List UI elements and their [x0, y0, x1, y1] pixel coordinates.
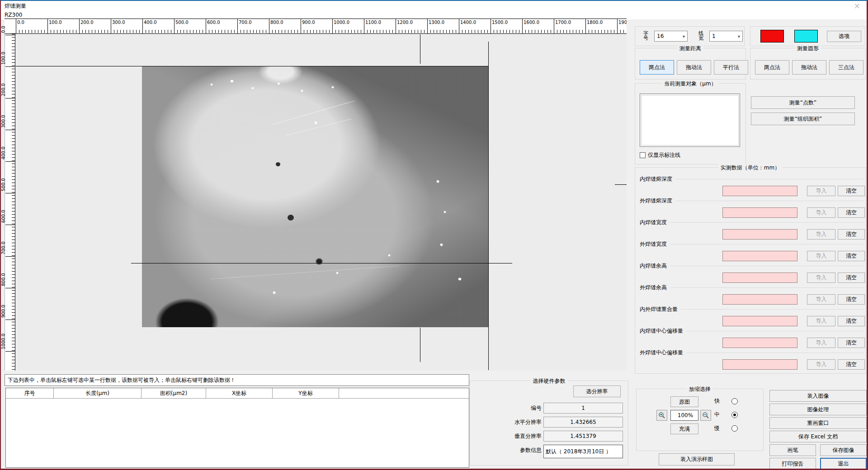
h-ruler-label: 1300.0	[429, 20, 444, 25]
measurement-row: 外焊缝中心偏移量导入清空	[640, 352, 863, 374]
h-ruler-label: 200.0	[80, 20, 94, 25]
weld-seam-photo[interactable]	[142, 66, 488, 327]
zoom-out-icon[interactable]	[700, 410, 711, 421]
table-column-header[interactable]: 面积(μm2)	[142, 388, 206, 398]
speed-radio-3[interactable]	[731, 425, 738, 432]
v-ruler-major-tick: 500.0	[5, 193, 15, 193]
h-ruler-major-tick: 800.0	[269, 19, 269, 33]
horizontal-resolution-field[interactable]: 1.432665	[543, 417, 623, 428]
clear-button[interactable]: 清空	[838, 316, 865, 326]
speed-radio-1[interactable]	[731, 398, 738, 404]
measurement-value-field[interactable]	[722, 338, 797, 348]
measure-points-button[interactable]: 测量“点数”	[751, 96, 855, 109]
line-width-select[interactable]: 1▾	[709, 31, 743, 42]
options-button[interactable]: 选项	[827, 31, 861, 42]
font-size-value: 16	[657, 33, 664, 39]
close-icon[interactable]: ×	[854, 1, 860, 10]
param-info-field[interactable]: 默认（ 2018年3月10日 ）	[543, 445, 623, 458]
save-image-button[interactable]: 保存图像	[820, 444, 867, 456]
speed-option-row: 中	[714, 411, 738, 418]
redraw-window-button[interactable]: 重画窗口	[769, 417, 867, 429]
clear-button[interactable]: 清空	[838, 359, 865, 370]
table-column-header[interactable]: 长度(μm)	[54, 388, 142, 398]
vertical-resolution-field[interactable]: 1.451379	[543, 431, 623, 442]
measurement-value-field[interactable]	[722, 294, 797, 305]
image-processing-button[interactable]: 图像处理	[769, 404, 867, 415]
clear-button[interactable]: 清空	[838, 251, 865, 261]
zoom-percent-field[interactable]: 100%	[670, 410, 698, 421]
exit-button[interactable]: 退出	[820, 458, 867, 470]
measurement-value-field[interactable]	[722, 186, 797, 196]
measurement-label: 内焊缝宽度	[640, 219, 670, 226]
font-size-select[interactable]: 16▾	[654, 31, 688, 42]
cyan-color-swatch[interactable]	[794, 30, 818, 42]
device-number-field[interactable]: 1	[543, 403, 623, 414]
clear-button[interactable]: 清空	[838, 207, 865, 218]
select-resolution-button[interactable]: 选分辨率	[573, 385, 621, 397]
pen-button[interactable]: 画笔	[769, 444, 816, 456]
group-title: 测量距离	[677, 45, 703, 52]
import-button[interactable]: 导入	[807, 273, 835, 283]
distance-method-button-1[interactable]: 两点法	[640, 60, 674, 75]
v-ruler-label: 600.0	[1, 210, 6, 223]
clear-button[interactable]: 清空	[838, 186, 865, 196]
import-button[interactable]: 导入	[807, 229, 835, 240]
clear-button[interactable]: 清空	[838, 338, 865, 348]
menu-item-rz300[interactable]: RZ300	[5, 12, 22, 18]
image-canvas[interactable]	[16, 34, 627, 371]
measurement-value-field[interactable]	[722, 273, 797, 283]
measurement-value-field[interactable]	[722, 207, 797, 218]
crosshair-line	[131, 263, 512, 263]
red-color-swatch[interactable]	[760, 30, 784, 42]
measurement-value-field[interactable]	[722, 229, 797, 240]
measurement-value-field[interactable]	[722, 359, 797, 370]
circle-method-button-3[interactable]: 三点法	[829, 60, 863, 75]
h-ruler-label: 1000.0	[334, 20, 349, 25]
measure-area-button[interactable]: 测量“组织面积”	[751, 113, 855, 125]
save-excel-button[interactable]: 保存 Excel 文档	[769, 431, 867, 442]
load-demo-image-button[interactable]: 装入演示样图	[659, 453, 735, 465]
circle-method-button-1[interactable]: 两点法	[755, 60, 789, 75]
zoom-in-icon[interactable]	[656, 410, 667, 421]
table-column-header[interactable]: 序号	[6, 388, 54, 398]
import-button[interactable]: 导入	[807, 316, 835, 326]
load-image-button[interactable]: 装入图像	[769, 390, 867, 402]
text-style-group: 字号 16▾ 线宽 1▾	[635, 26, 745, 46]
measurement-value-field[interactable]	[722, 251, 797, 261]
import-button[interactable]: 导入	[807, 251, 835, 261]
distance-method-button-3[interactable]: 平行法	[714, 60, 748, 75]
clear-button[interactable]: 清空	[838, 229, 865, 240]
v-ruler-label: 700.0	[1, 241, 6, 254]
original-size-button[interactable]: 原图	[670, 396, 698, 407]
import-button[interactable]: 导入	[807, 186, 835, 196]
import-button[interactable]: 导入	[807, 338, 835, 348]
import-button[interactable]: 导入	[807, 359, 835, 370]
fit-button[interactable]: 充满	[670, 423, 698, 434]
h-ruler-major-tick: 100.0	[47, 19, 48, 33]
selection-box-top-line	[16, 66, 488, 66]
v-ruler-major-tick: 900.0	[5, 320, 15, 320]
speed-radio-2[interactable]	[731, 412, 738, 418]
import-button[interactable]: 导入	[807, 294, 835, 305]
clear-button[interactable]: 清空	[838, 294, 865, 305]
print-report-button[interactable]: 打印报告	[769, 458, 816, 470]
color-options-group: 选项	[750, 26, 865, 46]
pore-hole	[316, 258, 323, 265]
font-size-label: 字号	[643, 31, 649, 41]
group-title: 选择硬件参数	[531, 377, 568, 385]
measurement-label: 外焊缝熔深度	[640, 197, 675, 205]
import-button[interactable]: 导入	[807, 207, 835, 218]
only-annotation-lines-checkbox[interactable]	[640, 152, 646, 158]
table-column-header[interactable]: Y坐标	[273, 388, 339, 398]
ruler-ticks	[12, 34, 15, 371]
current-object-listbox[interactable]	[640, 94, 740, 147]
vertical-ruler: 0.0100.0200.0300.0400.0500.0600.0700.080…	[5, 34, 15, 371]
distance-method-button-2[interactable]: 拖动法	[677, 60, 711, 75]
table-column-header[interactable]: X坐标	[206, 388, 273, 398]
measurement-value-field[interactable]	[722, 316, 797, 326]
chevron-down-icon: ▾	[738, 34, 740, 39]
results-table[interactable]: 序号长度(μm)面积(μm2)X坐标Y坐标	[5, 388, 469, 468]
circle-method-button-2[interactable]: 拖动法	[792, 60, 826, 75]
clear-button[interactable]: 清空	[838, 273, 865, 283]
measurement-label: 外焊缝中心偏移量	[640, 349, 686, 357]
